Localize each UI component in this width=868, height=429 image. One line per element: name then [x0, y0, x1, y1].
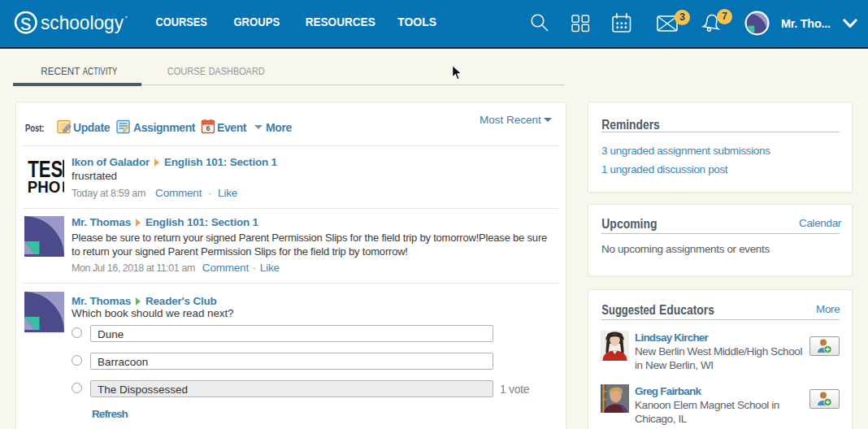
svg-text:schoology: schoology: [41, 11, 124, 33]
svg-text:TOOLS: TOOLS: [397, 15, 436, 28]
svg-text:COURSE: COURSE: [167, 65, 206, 77]
svg-text:6: 6: [206, 124, 210, 132]
svg-text:PHO: PHO: [28, 177, 61, 196]
svg-text:ACTIVITY: ACTIVITY: [83, 65, 118, 77]
svg-text:RESOURCES: RESOURCES: [306, 15, 375, 28]
svg-text:RECENT: RECENT: [41, 65, 80, 77]
svg-text:s: s: [20, 11, 32, 35]
svg-text:Post:: Post:: [25, 122, 45, 134]
svg-text:COURSES: COURSES: [156, 15, 207, 28]
svg-text:Upcoming: Upcoming: [601, 217, 657, 231]
svg-text:GROUPS: GROUPS: [233, 15, 280, 28]
svg-text:DASHBOARD: DASHBOARD: [209, 65, 265, 77]
svg-text:Reminders: Reminders: [601, 118, 660, 132]
svg-text:Educators: Educators: [659, 303, 714, 317]
svg-text:Suggested: Suggested: [601, 303, 656, 317]
